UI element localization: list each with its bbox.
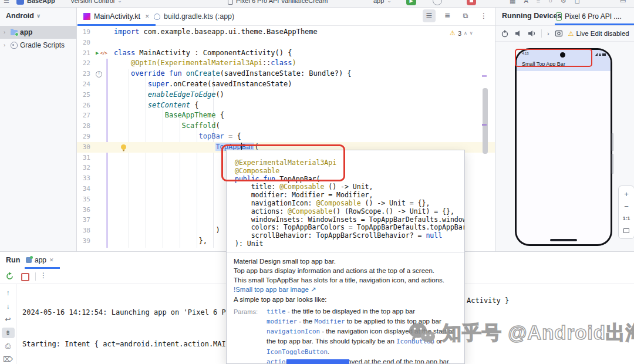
clear-console-icon[interactable]: ⌦: [2, 354, 15, 364]
live-edit-status[interactable]: ⚠ Live Edit disabled: [568, 30, 629, 38]
code-line[interactable]: 23↑ override fun onCreate(savedInstanceS…: [76, 69, 495, 79]
project-view-selector[interactable]: Android∨: [6, 12, 41, 20]
code-line[interactable]: 25 enableEdgeToEdge(): [76, 90, 495, 100]
emulator-screen[interactable]: 4:13 Small Top App Bar: [517, 50, 611, 244]
project-icon: [16, 0, 24, 5]
power-icon[interactable]: [501, 29, 509, 38]
tab-app-run[interactable]: app ✕: [26, 252, 54, 268]
doc-code-ref[interactable]: Modifier: [314, 318, 345, 325]
doc-code-ref[interactable]: IconToggleButton: [267, 348, 328, 356]
search-icon[interactable]: ○: [548, 0, 552, 4]
screenshot-icon[interactable]: [555, 29, 563, 38]
doc-code-ref[interactable]: IconButton: [396, 338, 434, 345]
text-segment: BaseAppTheme: [165, 111, 216, 119]
code-text: import com.example.baseapp.ui.theme.Base…: [114, 27, 495, 38]
code-line[interactable]: 20: [76, 38, 495, 48]
editor-kebab-icon[interactable]: ⋮: [477, 9, 490, 22]
gutter: [94, 27, 114, 38]
run-button[interactable]: ▶: [406, 0, 416, 6]
code-line[interactable]: 27 BaseAppTheme {: [76, 110, 495, 121]
stop-button[interactable]: [467, 0, 476, 6]
run-class-icon[interactable]: ▶: [96, 48, 99, 59]
doc-link[interactable]: !Small top app bar image ↗: [234, 286, 316, 293]
gutter: [94, 38, 114, 48]
close-tab-icon[interactable]: ✕: [49, 257, 54, 263]
signature-line: actions: @Composable() (RowScope.() -> U…: [235, 208, 464, 216]
soft-wrap-icon[interactable]: ↩: [2, 314, 15, 325]
sidebar-item-app[interactable]: › app: [0, 26, 76, 39]
intention-bulb-icon[interactable]: [121, 144, 126, 150]
sidebar-item-gradle-scripts[interactable]: › Gradle Scripts: [0, 39, 76, 52]
project-widget[interactable]: BaseApp: [16, 0, 55, 6]
doc-code-ref[interactable]: modifier: [267, 318, 297, 325]
override-icon[interactable]: ↑: [96, 71, 102, 77]
run-kebab-icon[interactable]: ⋮: [40, 271, 47, 279]
editor-list-icon[interactable]: ☰: [423, 9, 436, 22]
code-line[interactable]: 22 @OptIn(ExperimentalMaterial3Api::clas…: [76, 58, 495, 69]
gutter: [94, 121, 114, 132]
font-size-icon[interactable]: A: [524, 0, 528, 4]
expand-toolbar-icon[interactable]: ›: [547, 30, 549, 37]
text-segment: [114, 237, 199, 245]
code-line[interactable]: 29 topBar = {: [76, 132, 495, 142]
window-controls[interactable]: ▭: [620, 0, 626, 6]
print-icon[interactable]: ⎙: [2, 341, 15, 352]
compose-preview-icon[interactable]: </>: [100, 48, 107, 59]
scroll-down-icon[interactable]: ↓: [2, 301, 15, 312]
vcs-widget[interactable]: Version Control⌄: [70, 0, 122, 6]
scroll-up-icon[interactable]: ↑: [2, 288, 15, 299]
highlighted-link-bar[interactable]: [286, 359, 349, 364]
text-segment: (: [215, 122, 220, 130]
volume-button: [612, 133, 613, 151]
run-config-selector[interactable]: app⌄: [373, 0, 392, 6]
stop-icon[interactable]: [21, 273, 29, 281]
volume-up-icon[interactable]: [528, 29, 536, 38]
profiler-button[interactable]: [433, 0, 442, 6]
text-segment: topBar: [199, 132, 224, 140]
line-number: 35: [76, 194, 94, 205]
zoom-out-button[interactable]: −: [624, 201, 629, 211]
doc-code-ref[interactable]: navigationIcon: [267, 328, 320, 335]
text-segment: title:: [235, 183, 279, 191]
rerun-icon[interactable]: [5, 272, 14, 281]
text-segment: {: [190, 101, 198, 109]
console-output[interactable]: 2024-05-16 14:12:54: Launching app on 'P…: [22, 286, 251, 364]
params-label: Params:: [234, 306, 267, 364]
text-segment: the top app bar. This should typically b…: [267, 338, 396, 345]
profile-icon[interactable]: ◻: [575, 0, 580, 5]
doc-line: Material Design small top app bar.: [234, 257, 457, 266]
doc-code-ref[interactable]: title: [267, 308, 286, 315]
zoom-in-button[interactable]: +: [624, 188, 629, 199]
console-line-tail: Activity }: [467, 296, 509, 305]
tab-build-gradle[interactable]: build.gradle.kts (:app): [148, 7, 240, 26]
code-line[interactable]: 28 Scaffold(: [76, 121, 495, 132]
split-editor-icon[interactable]: ≣: [441, 9, 454, 22]
gutter: ↑: [94, 69, 114, 79]
actual-size-button[interactable]: 1:1: [623, 213, 630, 224]
text-segment: {: [215, 111, 224, 119]
device-selector[interactable]: Pixel 6 Pro API VanillaIceCream: [228, 0, 328, 6]
preview-image-icon[interactable]: ⧉: [459, 9, 472, 22]
scroll-to-end-icon[interactable]: ⇟: [2, 328, 15, 339]
line-number: 31: [76, 153, 94, 163]
layout-icon[interactable]: ≡: [537, 0, 540, 4]
fit-to-screen-button[interactable]: [623, 225, 629, 236]
code-line[interactable]: 21▶</>class MainActivity : ComponentActi…: [76, 48, 495, 59]
text-segment: (savedInstanceState: Bundle?) {: [220, 69, 352, 77]
code-line[interactable]: 26 setContent {: [76, 100, 495, 111]
console-gutter: ↑↓↩⇟⎙⌦: [0, 284, 16, 364]
emulator-device-frame: 4:13 Small Top App Bar: [515, 48, 612, 246]
expand-arrow-icon[interactable]: ›: [4, 29, 8, 35]
tab-mainactivity[interactable]: MainActivity.kt ✕: [77, 7, 156, 26]
code-line[interactable]: 24 super.onCreate(savedInstanceState): [76, 79, 495, 90]
main-menu-icon[interactable]: ☰: [4, 0, 9, 6]
code-line[interactable]: 19import com.example.baseapp.ui.theme.Ba…: [76, 27, 495, 38]
expand-arrow-icon[interactable]: ›: [4, 42, 8, 48]
editor-scrollbar[interactable]: [483, 88, 488, 154]
device-manager-icon[interactable]: ▦: [510, 0, 515, 5]
settings-gear-icon[interactable]: ⚙: [561, 0, 566, 5]
gutter: [94, 58, 114, 69]
text-segment: null: [426, 231, 442, 240]
volume-down-icon[interactable]: [514, 29, 522, 38]
active-tab-underline: [77, 24, 156, 26]
